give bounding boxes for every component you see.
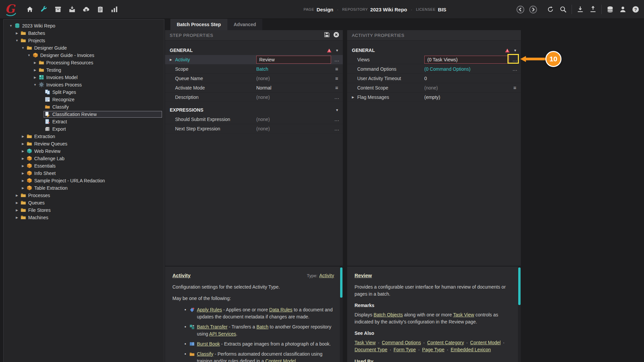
see-also-link-task-view[interactable]: Task View	[355, 340, 376, 345]
collapse-arrow-icon[interactable]: ▼	[26, 54, 32, 57]
see-also-link-content-model[interactable]: Content Model	[470, 340, 501, 345]
tree-item-essentials[interactable]: ▶Essentials	[4, 162, 164, 170]
tree-item-challenge-lab[interactable]: ▶Challenge Lab	[4, 155, 164, 162]
upload-button[interactable]	[589, 5, 597, 14]
expand-arrow-icon[interactable]: ▶	[14, 201, 19, 204]
expand-arrow-icon[interactable]: ▶	[14, 208, 19, 212]
dropdown-button[interactable]: ≡	[332, 75, 341, 81]
tree-item-file-stores[interactable]: ▶File Stores	[4, 206, 164, 214]
dropdown-button[interactable]: ≡	[510, 85, 520, 90]
help-link-classify[interactable]: Classify	[197, 351, 213, 357]
user-button[interactable]	[619, 5, 627, 14]
chevron-down-icon[interactable]: ▼	[335, 49, 339, 52]
collapse-arrow-icon[interactable]: ▼	[20, 46, 25, 50]
expand-arrow-icon[interactable]: ▶	[33, 76, 38, 79]
batches-button[interactable]	[54, 5, 62, 14]
help-title-activity[interactable]: Activity	[172, 272, 191, 280]
expand-arrow-icon[interactable]: ▶	[14, 216, 19, 219]
tree-item-extraction[interactable]: ▶Extraction	[4, 133, 164, 140]
back-button[interactable]	[516, 5, 525, 14]
expand-arrow-icon[interactable]: ▶	[20, 157, 25, 160]
see-also-link-embedded-lexicon[interactable]: Embedded Lexicon	[451, 347, 491, 352]
refresh-button[interactable]	[546, 5, 555, 14]
help-link-batch-transfer[interactable]: Batch Transfer	[197, 324, 227, 329]
tab-batch-process-step[interactable]: Batch Process Step	[170, 19, 227, 30]
design-wrench-button[interactable]	[40, 5, 48, 14]
download-button[interactable]	[576, 5, 585, 14]
property-row-user-activity-timeout[interactable]: User Activity Timeout0	[347, 74, 521, 83]
expand-arrow-icon[interactable]: ▶	[14, 32, 19, 35]
expand-arrow-icon[interactable]: ▶	[20, 164, 25, 168]
tree-item-classify[interactable]: Classify	[4, 103, 164, 111]
stats-button[interactable]	[110, 5, 119, 14]
expand-arrow-icon[interactable]: ▶	[33, 68, 38, 72]
expand-arrow-icon[interactable]: ▶	[20, 186, 25, 190]
expand-arrow-icon[interactable]: ▶	[20, 149, 25, 153]
tree-item-web-review[interactable]: ▶Web Review	[4, 147, 164, 155]
see-also-link-document-type[interactable]: Document Type	[355, 347, 387, 352]
tree-item-export[interactable]: Export	[4, 125, 164, 133]
section-header-general[interactable]: GENERAL▼	[347, 46, 521, 55]
help-link-api-services[interactable]: API Services	[209, 331, 236, 337]
scrollbar-thumb[interactable]	[340, 267, 342, 298]
property-row-queue-name[interactable]: Queue Name(none)≡	[165, 74, 343, 83]
tasks-button[interactable]	[96, 5, 105, 14]
help-link-activity[interactable]: Activity	[319, 273, 334, 278]
scrollbar-track[interactable]	[340, 266, 343, 362]
expand-arrow-icon[interactable]: ▶	[20, 142, 25, 145]
ellipsis-button[interactable]: …	[510, 66, 520, 72]
tree-item-queues[interactable]: ▶Queues	[4, 199, 164, 206]
help-link-content-model[interactable]: Content Model	[265, 358, 296, 362]
import-button[interactable]	[68, 5, 76, 14]
tree-item-review-queues[interactable]: ▶Review Queues	[4, 140, 164, 147]
help-link-task-view[interactable]: Task View	[453, 312, 474, 317]
collapse-arrow-icon[interactable]: ▼	[33, 83, 38, 86]
expand-arrow-icon[interactable]: ▶	[20, 179, 25, 182]
tree-item-projects[interactable]: ▼Projects	[4, 37, 164, 44]
property-value[interactable]: (0 Command Options)	[424, 66, 471, 72]
chevron-down-icon[interactable]: ▼	[514, 49, 517, 52]
property-row-description[interactable]: Description(none)…	[165, 93, 343, 102]
cloud-upload-button[interactable]	[82, 5, 91, 14]
expander-icon[interactable]: ▶	[170, 58, 175, 61]
property-row-flag-messages[interactable]: ▶Flag Messages(empty)	[347, 93, 521, 102]
home-button[interactable]	[25, 5, 34, 14]
tab-advanced[interactable]: Advanced	[227, 19, 263, 30]
dropdown-button[interactable]: ≡	[332, 66, 341, 72]
help-button[interactable]: ?	[631, 5, 640, 14]
see-also-link-content-category[interactable]: Content Category	[427, 340, 464, 345]
expander-icon[interactable]: ▶	[352, 96, 357, 99]
help-link-data-rules[interactable]: Data Rules	[269, 307, 292, 312]
tree-item-invoices-model[interactable]: ▶Invoices Model	[4, 74, 164, 81]
scrollbar-thumb[interactable]	[518, 267, 521, 305]
collapse-arrow-icon[interactable]: ▼	[8, 24, 13, 27]
help-link-batch-objects[interactable]: Batch Objects	[374, 312, 403, 317]
save-button[interactable]	[324, 32, 330, 39]
tree-item-split-pages[interactable]: Split Pages	[4, 88, 164, 96]
expand-arrow-icon[interactable]: ▶	[20, 172, 25, 175]
property-row-next-step-expression[interactable]: Next Step Expression(none)…	[165, 124, 343, 133]
search-button[interactable]	[559, 5, 568, 14]
expand-arrow-icon[interactable]: ▶	[14, 194, 19, 197]
property-row-views[interactable]: Views(0 Task Views)…	[347, 55, 521, 64]
section-header-expressions[interactable]: EXPRESSIONS▼	[165, 105, 343, 115]
property-row-activate-mode[interactable]: Activate ModeNormal≡	[165, 83, 343, 93]
scrollbar-track[interactable]	[518, 266, 521, 362]
tree-item-classification-review[interactable]: Classification Review	[4, 111, 164, 118]
dropdown-button[interactable]: ≡	[332, 85, 341, 90]
section-header-general[interactable]: GENERAL▼	[165, 46, 343, 55]
property-row-command-options[interactable]: Command Options(0 Command Options)…	[347, 64, 521, 74]
ellipsis-button[interactable]: …	[332, 57, 341, 62]
tree-item-extract[interactable]: Extract	[4, 118, 164, 125]
forward-button[interactable]	[529, 5, 537, 14]
property-row-scope[interactable]: ScopeBatch≡	[165, 64, 343, 74]
see-also-link-command-options[interactable]: Command Options	[382, 340, 421, 345]
tree-item-designer-guide[interactable]: ▼Designer Guide	[4, 44, 164, 52]
property-value-editor[interactable]: (0 Task Views)	[424, 56, 509, 64]
tree-item-batches[interactable]: ▶Batches	[4, 29, 164, 37]
database-button[interactable]	[606, 5, 614, 14]
tree-item-processes[interactable]: ▶Processes	[4, 192, 164, 199]
ellipsis-button[interactable]: …	[332, 126, 341, 131]
help-link-apply-rules[interactable]: Apply Rules	[197, 307, 222, 312]
help-link-batch[interactable]: Batch	[256, 324, 268, 329]
